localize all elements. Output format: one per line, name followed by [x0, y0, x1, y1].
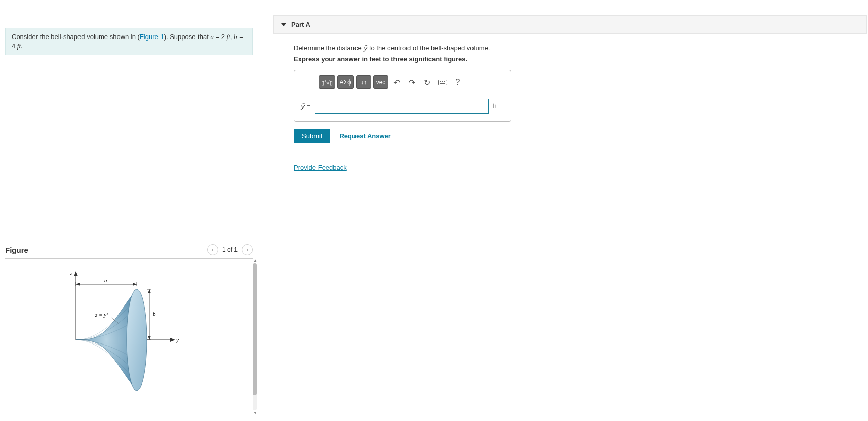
svg-marker-12	[148, 289, 151, 293]
part-a-header[interactable]: Part A	[273, 15, 867, 34]
vec-button[interactable]: vec	[373, 75, 388, 89]
collapse-icon	[281, 23, 286, 26]
left-scrollbar[interactable]: ▲ ▼	[253, 263, 257, 410]
answer-unit: ft	[493, 102, 505, 110]
unit-b: ft	[17, 42, 21, 50]
problem-text-2: ). Suppose that	[164, 33, 211, 41]
eq-a: = 2	[214, 33, 227, 41]
answer-input[interactable]	[315, 99, 489, 114]
problem-text-1: Consider the bell-shaped volume shown in…	[12, 33, 140, 41]
problem-statement: Consider the bell-shaped volume shown in…	[5, 28, 253, 55]
hint-text: Express your answer in feet to three sig…	[294, 55, 848, 63]
svg-marker-13	[148, 336, 151, 340]
figure-next-button[interactable]: ›	[242, 244, 253, 255]
figure-image: z y a b	[41, 264, 213, 416]
redo-button[interactable]: ↷	[406, 75, 419, 89]
scripts-button[interactable]: ↓↑	[356, 75, 371, 89]
undo-button[interactable]: ↶	[390, 75, 404, 89]
submit-button[interactable]: Submit	[294, 129, 330, 143]
keyboard-icon	[438, 80, 447, 85]
svg-point-14	[127, 289, 147, 391]
instruction-text: Determine the distance ȳ to the centroid…	[294, 44, 848, 52]
provide-feedback-link[interactable]: Provide Feedback	[294, 164, 347, 171]
dim-b-label: b	[153, 311, 156, 317]
scroll-down-icon: ▼	[253, 411, 257, 415]
svg-marker-8	[133, 283, 137, 286]
answer-lhs: ȳ =	[300, 102, 311, 111]
axis-z-label: z	[69, 270, 72, 276]
svg-marker-3	[170, 338, 175, 342]
svg-marker-1	[74, 271, 78, 276]
reset-button[interactable]: ↻	[421, 75, 434, 89]
dim-a-label: a	[104, 277, 107, 283]
answer-box: ▯x√▯ ΑΣϕ ↓↑ vec ↶ ↷ ↻ ? ȳ = ft	[294, 70, 511, 122]
greek-button[interactable]: ΑΣϕ	[337, 75, 354, 89]
sep: ,	[230, 33, 234, 41]
scrollbar-thumb[interactable]	[253, 263, 257, 395]
figure-prev-button[interactable]: ‹	[207, 244, 218, 255]
axis-y-label: y	[176, 337, 179, 343]
keyboard-button[interactable]	[436, 75, 449, 89]
request-answer-link[interactable]: Request Answer	[339, 132, 390, 140]
figure-link[interactable]: Figure 1	[140, 33, 164, 41]
part-title: Part A	[291, 21, 310, 28]
templates-button[interactable]: ▯x√▯	[319, 75, 335, 89]
help-button[interactable]: ?	[451, 75, 464, 89]
figure-page-label: 1 of 1	[222, 246, 238, 253]
figure-title: Figure	[5, 246, 28, 254]
scroll-up-icon: ▲	[253, 258, 257, 263]
problem-suffix: .	[21, 42, 23, 50]
unit-a: ft	[227, 33, 230, 41]
curve-label: z = y²	[95, 312, 108, 318]
svg-marker-7	[76, 283, 80, 286]
